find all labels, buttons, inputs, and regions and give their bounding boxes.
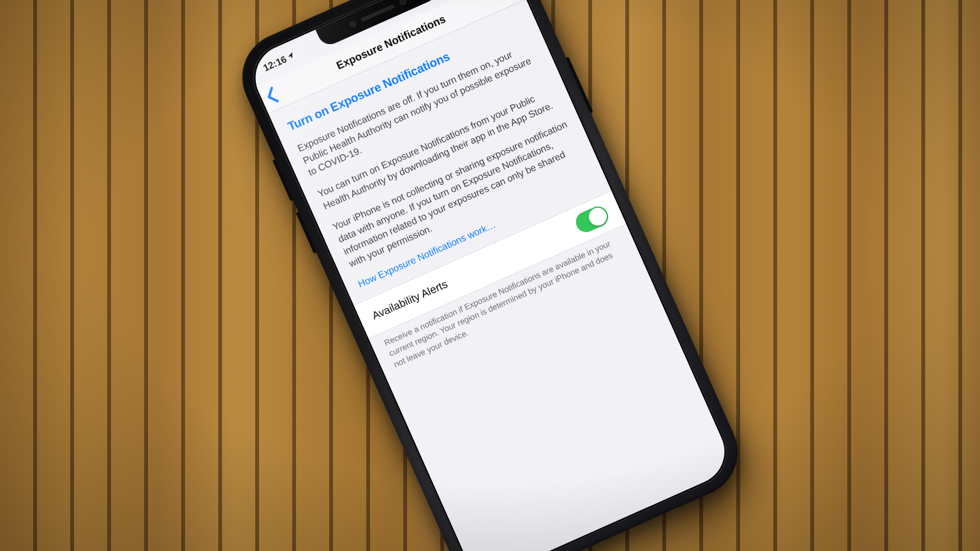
location-arrow-icon [286, 50, 296, 61]
status-time: 12:16 [261, 53, 288, 73]
back-button[interactable] [261, 80, 283, 111]
toggle-knob [586, 205, 610, 228]
availability-alerts-toggle[interactable] [573, 203, 612, 235]
chevron-left-icon [264, 85, 281, 106]
